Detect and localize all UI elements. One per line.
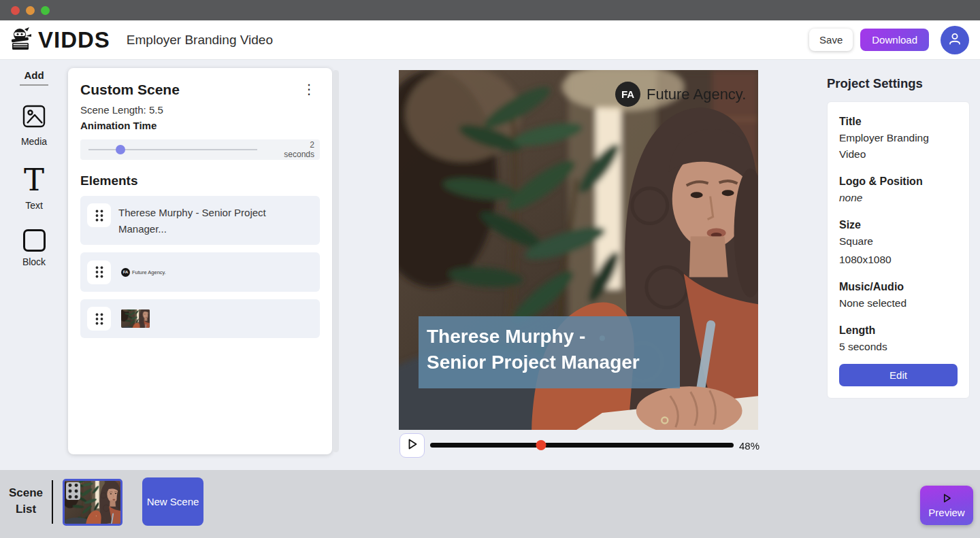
project-title: Employer Branding Video: [127, 33, 273, 48]
setting-size-value: Square: [839, 233, 958, 250]
setting-logo-label: Logo & Position: [839, 175, 958, 188]
slider-value-number: 2: [284, 140, 314, 150]
media-image-icon: [22, 119, 46, 131]
scene-list-heading: Scene List: [8, 485, 44, 518]
setting-size-value-2: 1080x1080: [839, 252, 958, 268]
setting-title-value: Employer Branding Video: [839, 130, 958, 163]
vidds-logo[interactable]: VIDDS: [8, 25, 110, 55]
slider-track[interactable]: [88, 149, 257, 150]
setting-music-value: None selected: [839, 295, 958, 312]
fa-badge-icon: FA: [121, 268, 130, 277]
window-titlebar: [0, 0, 980, 20]
drag-handle-icon[interactable]: [66, 482, 80, 500]
drag-handle-icon[interactable]: [87, 203, 111, 227]
scrubber-handle[interactable]: [536, 440, 546, 450]
scene-list-divider: [52, 480, 53, 524]
element-row-logo[interactable]: FA Future Agency.: [80, 252, 320, 292]
playback-percent: 48%: [739, 440, 760, 452]
logo-wordmark: VIDDS: [38, 27, 110, 53]
element-video-thumbnail: [121, 309, 150, 328]
save-button[interactable]: Save: [809, 29, 853, 51]
element-text-label: Therese Murphy - Senior Project Manager.…: [118, 203, 313, 237]
block-icon: [23, 229, 46, 252]
minimize-window-button[interactable]: [26, 6, 35, 15]
fa-logo-text: Future Agency.: [647, 86, 746, 103]
app-header: VIDDS Employer Branding Video Save Downl…: [0, 20, 980, 60]
setting-logo-value: none: [839, 190, 958, 206]
video-preview-canvas[interactable]: FA Future Agency. Therese Murphy - Senio…: [399, 70, 758, 430]
fa-logo-text: Future Agency.: [132, 269, 166, 275]
animation-time-label: Animation Time: [80, 120, 320, 131]
text-icon: T: [0, 165, 68, 195]
drag-handle-icon[interactable]: [87, 260, 111, 284]
ninja-clapperboard-icon: [8, 25, 35, 55]
scene-panel-title: Custom Scene: [80, 82, 298, 98]
fa-badge-icon: FA: [615, 82, 640, 107]
setting-title-label: Title: [839, 116, 958, 128]
element-row-text[interactable]: Therese Murphy - Senior Project Manager.…: [80, 196, 320, 245]
scene-menu-kebab-icon[interactable]: ⋮: [298, 82, 320, 97]
slider-value-unit: seconds: [284, 150, 314, 159]
element-row-video[interactable]: [80, 299, 320, 338]
element-logo-preview: FA Future Agency.: [121, 268, 166, 277]
tool-text[interactable]: T Text: [0, 165, 68, 211]
setting-size-label: Size: [839, 219, 958, 231]
playback-scrubber[interactable]: [430, 443, 734, 448]
scene-list-bar: Scene List New Scene Preview: [0, 470, 980, 538]
tool-block[interactable]: Block: [0, 229, 68, 267]
fullscreen-window-button[interactable]: [41, 6, 50, 15]
tool-media-label: Media: [0, 136, 68, 147]
add-tool-rail: Add Media T Text Block: [0, 60, 68, 267]
user-icon: [947, 31, 963, 50]
play-icon: [942, 493, 952, 505]
panel-scrollbar[interactable]: [333, 70, 339, 452]
play-button[interactable]: [399, 433, 425, 458]
setting-length-value: 5 seconds: [839, 339, 958, 355]
add-heading: Add: [0, 69, 68, 81]
setting-length-label: Length: [839, 324, 958, 337]
account-button[interactable]: [941, 26, 969, 54]
add-heading-rule: [20, 84, 48, 86]
watermark-logo[interactable]: FA Future Agency.: [615, 82, 746, 107]
project-settings-card: Title Employer Branding Video Logo & Pos…: [827, 101, 970, 399]
tool-media[interactable]: Media: [0, 104, 68, 147]
app-window: VIDDS Employer Branding Video Save Downl…: [0, 0, 980, 538]
play-icon: [406, 438, 419, 453]
setting-music-label: Music/Audio: [839, 281, 958, 293]
tool-text-label: Text: [0, 200, 68, 211]
slider-value: 2 seconds: [284, 140, 314, 159]
caption-overlay[interactable]: Therese Murphy - Senior Project Manager: [419, 316, 680, 388]
scene-thumbnail-selected[interactable]: [63, 479, 122, 526]
animation-time-slider: 2 seconds: [80, 139, 320, 160]
edit-settings-button[interactable]: Edit: [839, 364, 958, 386]
caption-line-1: Therese Murphy -: [427, 324, 680, 350]
close-window-button[interactable]: [11, 6, 20, 15]
tool-block-label: Block: [0, 256, 68, 267]
preview-button[interactable]: Preview: [920, 486, 973, 525]
elements-heading: Elements: [80, 173, 320, 188]
caption-line-2: Senior Project Manager: [427, 350, 680, 375]
download-button[interactable]: Download: [860, 29, 929, 51]
new-scene-button[interactable]: New Scene: [142, 477, 203, 526]
project-settings-heading: Project Settings: [827, 76, 923, 91]
drag-handle-icon[interactable]: [87, 307, 111, 331]
preview-button-label: Preview: [928, 507, 964, 518]
slider-thumb[interactable]: [116, 145, 125, 154]
scene-length-text: Scene Length: 5.5: [80, 104, 320, 116]
custom-scene-panel: Custom Scene ⋮ Scene Length: 5.5 Animati…: [68, 68, 332, 454]
